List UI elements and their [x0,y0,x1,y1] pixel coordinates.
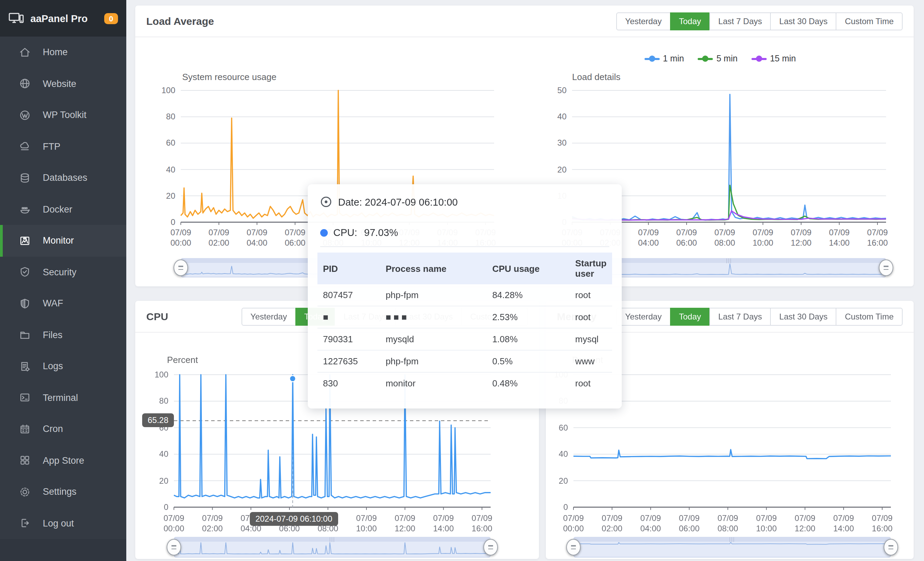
time-button-today[interactable]: Today [670,12,710,30]
sidebar-item-waf[interactable]: WAF [0,288,126,319]
tooltip-date: Date: 2024-07-09 06:10:00 [338,196,458,207]
x-axis-label: 07/0914:00 [422,513,465,534]
time-button-today[interactable]: Today [670,308,710,326]
x-axis-label: 07/0900:00 [153,513,195,534]
time-button-last-30-days[interactable]: Last 30 Days [771,308,837,326]
sidebar-item-databases[interactable]: Databases [0,162,126,194]
sidebar-item-home[interactable]: Home [0,37,126,68]
sidebar-item-logs[interactable]: Logs [0,351,126,382]
y-axis-label: 40 [141,449,168,459]
sidebar-item-label: Website [43,79,76,89]
process-table-row: 830monitor0.48%root [317,372,612,394]
sidebar-item-files[interactable]: Files [0,319,126,351]
sidebar-item-label: Monitor [43,236,74,246]
sidebar-item-label: Logs [43,361,63,372]
datazoom-slider[interactable]: ||| [573,537,891,558]
x-axis-label: 07/0902:00 [191,513,234,534]
time-button-yesterday[interactable]: Yesterday [616,12,671,30]
chart-legend: 1 min5 min15 min [546,54,894,63]
sidebar-item-label: Cron [43,424,63,434]
docker-whale-icon [19,203,31,216]
legend-item-15-min[interactable]: 15 min [752,54,796,63]
sidebar-item-docker[interactable]: Docker [0,194,126,225]
sidebar-item-cron[interactable]: Cron [0,413,126,445]
series-dot-icon [320,229,328,236]
time-button-custom-time[interactable]: Custom Time [836,12,903,30]
circle-dot-icon [320,196,332,208]
y-axis-label: 20 [154,191,175,201]
datazoom-handle-left[interactable] [174,260,188,276]
datazoom-handle-right[interactable] [879,260,893,276]
y-axis-label: 0 [154,218,175,227]
sidebar-item-app-store[interactable]: App Store [0,445,126,476]
y-axis-label: 30 [546,138,567,148]
sidebar-item-website[interactable]: Website [0,68,126,99]
sidebar-item-wp-toolkit[interactable]: WP Toolkit [0,99,126,131]
folder-icon [19,329,31,341]
time-button-last-7-days[interactable]: Last 7 Days [710,308,771,326]
axis-pointer-date-chip: 2024-07-09 06:10:00 [250,512,338,526]
time-button-yesterday[interactable]: Yesterday [242,308,296,326]
x-axis-label: 07/0912:00 [384,513,426,534]
sidebar-menu: HomeWebsiteWP ToolkitFTPDatabasesDockerM… [0,37,126,539]
grid-squares-icon [19,454,31,467]
chart-title: Percent [167,355,198,365]
sidebar-item-label: Home [43,47,68,58]
database-icon [19,172,31,184]
time-button-last-30-days[interactable]: Last 30 Days [771,12,837,30]
y-axis-label: 100 [154,86,175,95]
sidebar-item-log-out[interactable]: Log out [0,507,126,539]
sidebar-item-terminal[interactable]: Terminal [0,382,126,413]
y-axis-label: 40 [551,449,568,459]
y-axis-label: 40 [546,112,567,122]
memory-time-range: YesterdayTodayLast 7 DaysLast 30 DaysCus… [616,308,903,326]
legend-item-1-min[interactable]: 1 min [644,54,684,63]
datazoom-slider[interactable]: ||| [174,537,490,558]
monitor-chart-icon [19,235,31,247]
x-axis-label: 07/0910:00 [741,228,784,248]
x-axis-label: 07/0910:00 [345,513,388,534]
datazoom-handle-right[interactable] [483,539,498,555]
ftp-cloud-icon [19,140,31,153]
x-axis-label: 07/0916:00 [856,228,899,248]
process-table-header: Startup user [570,252,612,284]
chart-tooltip: Date: 2024-07-09 06:10:00 CPU: 97.03% PI… [308,184,622,408]
chart-title: Load details [572,72,620,82]
datazoom-handle-left[interactable] [166,539,181,555]
process-table-header: Process name [380,252,487,284]
load-average-title: Load Average [146,15,214,27]
sidebar-item-label: App Store [43,455,84,466]
legend-item-5-min[interactable]: 5 min [698,54,737,63]
y-axis-label: 0 [141,502,168,512]
sidebar-item-label: WP Toolkit [43,110,87,120]
calendar-icon [19,423,31,435]
shield-half-icon [19,297,31,310]
time-button-yesterday[interactable]: Yesterday [616,308,671,326]
time-button-last-7-days[interactable]: Last 7 Days [710,12,771,30]
datazoom-handle-left[interactable] [566,539,581,555]
shield-check-icon [19,266,31,278]
markline-value-chip: 65.28 [142,413,174,427]
sidebar-footer [0,539,126,561]
time-button-custom-time[interactable]: Custom Time [836,308,903,326]
x-axis-label: 07/0906:00 [665,228,708,248]
datazoom-handle-right[interactable] [884,539,898,555]
sidebar-item-ftp[interactable]: FTP [0,131,126,162]
process-table-row: 807457php-fpm84.28%root [317,284,612,306]
notification-badge[interactable]: 0 [104,13,118,24]
home-icon [19,46,31,58]
y-axis-label: 60 [551,423,568,433]
x-axis-label: 07/0902:00 [591,513,633,534]
sidebar-item-security[interactable]: Security [0,256,126,288]
y-axis-label: 20 [546,165,567,174]
process-table-header: PID [317,252,380,284]
sidebar-header: aaPanel Pro 0 [0,0,126,37]
process-table-row: ■■ ■ ■2.53%root [317,306,612,328]
x-axis-label: 07/0900:00 [552,513,595,534]
legend-marker-icon [644,58,659,60]
sidebar-item-label: Files [43,330,63,340]
sidebar-item-settings[interactable]: Settings [0,476,126,507]
process-table-row: 1227635php-fpm0.5%www [317,350,612,372]
process-table-header: CPU usage [487,252,570,284]
sidebar-item-monitor[interactable]: Monitor [0,225,126,256]
